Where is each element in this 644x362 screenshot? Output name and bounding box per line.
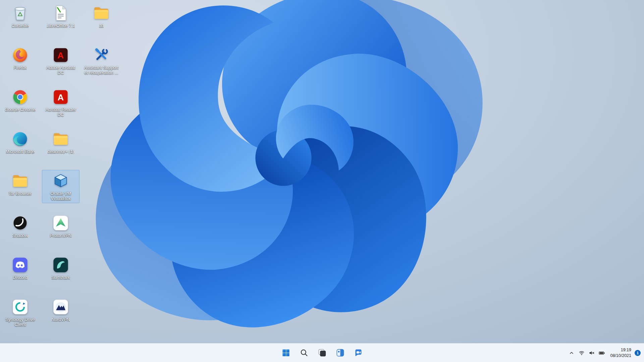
chevron-up-icon xyxy=(568,350,575,356)
search-icon xyxy=(300,348,309,357)
desktop-icon-label: cleanmgr+ (1) xyxy=(47,149,74,154)
desktop-icon-tor-browser[interactable]: Tor Browser xyxy=(1,170,39,198)
desktop-icon-label: LibreOffice 7.1 xyxy=(47,23,75,28)
desktop-icon-nordvpn[interactable]: NordVPN xyxy=(42,296,79,324)
firefox-icon xyxy=(11,46,29,64)
svg-text:A: A xyxy=(58,92,64,102)
desktop-icon-label: Shadow xyxy=(12,233,28,238)
desktop-icon-label: Firefox xyxy=(13,65,27,70)
desktop-icon-synology[interactable]: Synology Drive Client xyxy=(1,296,39,329)
shadow-icon xyxy=(11,214,29,232)
desktop-icon-label: NordVPN xyxy=(52,317,70,322)
recycle-bin-icon xyxy=(11,4,29,22)
desktop-icon-cleanmgr[interactable]: cleanmgr+ (1) xyxy=(42,128,79,156)
desktop-icon-acrobat-reader-dc[interactable]: AAcrobat Reader DC xyxy=(42,86,79,119)
desktop-icon-label: ProtonVPN xyxy=(50,233,71,238)
support-tools-icon xyxy=(92,46,110,64)
desktop-icon-label: Google Chrome xyxy=(5,107,36,112)
desktop-icon-label: Surfshark xyxy=(51,275,70,280)
desktop-icon-assistant-support[interactable]: Assistant Support et récupération ... xyxy=(83,44,120,77)
taskbar: 19:19 08/10/2021 1 xyxy=(0,343,644,362)
desktop-icon-label: Acrobat Reader DC xyxy=(43,107,78,118)
desktop-icon-label: Tor Browser xyxy=(8,191,32,196)
wifi-icon xyxy=(578,350,585,356)
task-view-icon xyxy=(318,348,327,357)
acrobat-dc-icon: A xyxy=(52,46,70,64)
desktop-icon-label: Microsoft Edge xyxy=(6,149,35,154)
desktop-icon-label: dd xyxy=(99,23,104,28)
edge-icon xyxy=(11,130,29,148)
clock-date: 08/10/2021 xyxy=(610,353,631,359)
desktop-icon-label: Adobe Acrobat DC xyxy=(43,65,78,76)
system-tray: 19:19 08/10/2021 1 xyxy=(567,344,642,362)
network-button[interactable] xyxy=(577,346,587,360)
virtualbox-icon xyxy=(52,172,70,190)
desktop-icon-label: Assistant Support et récupération ... xyxy=(84,65,119,76)
desktop-icon-shadow[interactable]: Shadow xyxy=(1,212,39,240)
search-button[interactable] xyxy=(297,346,311,360)
volume-muted-icon xyxy=(588,350,595,356)
start-button[interactable] xyxy=(278,346,293,360)
desktop-icon-label: Synology Drive Client xyxy=(2,317,38,327)
chat-button[interactable] xyxy=(351,346,366,360)
synology-icon xyxy=(11,298,29,316)
desktop-icon-protonvpn[interactable]: ProtonVPN xyxy=(42,212,79,240)
taskbar-clock[interactable]: 19:19 08/10/2021 xyxy=(607,347,635,359)
volume-button[interactable] xyxy=(587,346,597,360)
desktop-icon-google-chrome[interactable]: Google Chrome xyxy=(1,86,39,114)
desktop-icon-discord[interactable]: Discord xyxy=(1,254,39,282)
nordvpn-icon xyxy=(52,298,70,316)
reader-dc-icon: A xyxy=(52,88,70,106)
discord-icon xyxy=(11,256,29,274)
chrome-icon xyxy=(11,88,29,106)
desktop-icon-label: Discord xyxy=(13,275,28,280)
battery-button[interactable] xyxy=(597,346,607,360)
desktop-icon-adobe-acrobat-dc[interactable]: AAdobe Acrobat DC xyxy=(42,44,79,77)
desktop-icon-virtualbox[interactable]: Oracle VM VirtualBox xyxy=(42,170,79,203)
clock-time: 19:19 xyxy=(610,347,631,353)
widgets-icon xyxy=(336,348,345,357)
desktop-icon-dd[interactable]: dd xyxy=(83,2,120,30)
desktop-icon-label: Oracle VM VirtualBox xyxy=(43,191,78,201)
widgets-button[interactable] xyxy=(333,346,347,360)
desktop-icon-libreoffice[interactable]: LibreOffice 7.1 xyxy=(42,2,79,30)
desktop-icon-firefox[interactable]: Firefox xyxy=(1,44,39,72)
chat-icon xyxy=(354,348,363,357)
desktop-icon-microsoft-edge[interactable]: Microsoft Edge xyxy=(1,128,39,156)
tray-icon-group xyxy=(567,346,607,360)
svg-text:A: A xyxy=(58,50,64,60)
desktop-icon-corbeille[interactable]: Corbeille xyxy=(1,2,39,30)
desktop-icon-surfshark[interactable]: Surfshark xyxy=(42,254,79,282)
libreoffice-icon xyxy=(52,4,70,22)
battery-icon xyxy=(598,350,605,356)
protonvpn-icon xyxy=(52,214,70,232)
folder-icon xyxy=(11,172,29,190)
folder-icon xyxy=(92,4,110,22)
hidden-icons-button[interactable] xyxy=(567,346,577,360)
folder-icon xyxy=(52,130,70,148)
notification-badge[interactable]: 1 xyxy=(635,350,641,356)
desktop-icon-label: Corbeille xyxy=(11,23,29,28)
start-icon xyxy=(281,348,290,357)
task-view-button[interactable] xyxy=(315,346,329,360)
taskbar-center-buttons xyxy=(278,346,366,360)
surfshark-icon xyxy=(52,256,70,274)
desktop-icon-grid: CorbeilleLibreOffice 7.1ddFirefoxAAdobe … xyxy=(0,0,644,343)
